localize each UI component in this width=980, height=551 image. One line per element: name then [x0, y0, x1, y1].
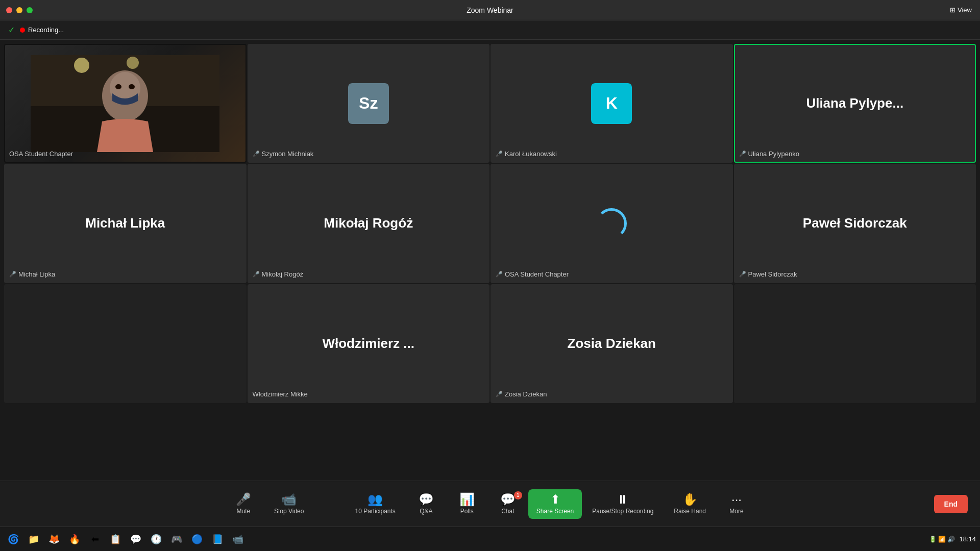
- svg-point-3: [74, 58, 89, 73]
- participant-cell-pawel: Paweł Sidorczak 🎤 Paweł Sidorczak: [734, 164, 976, 283]
- participant-cell-mikolaj: Mikołaj Rogóż 🎤 Mikołaj Rogóż: [248, 164, 490, 283]
- participant-cell-empty1: [4, 284, 247, 403]
- participant-label-michal: 🎤 Michał Lipka: [9, 270, 55, 278]
- recording-badge: Recording...: [20, 26, 64, 34]
- status-check-icon: ✓: [8, 25, 15, 35]
- share-screen-button[interactable]: ⬆ Share Screen: [528, 489, 582, 519]
- participant-cell-osa-webcam: OSA Student Chapter: [4, 44, 247, 163]
- taskbar-icon-bluetooth[interactable]: 🔵: [188, 530, 206, 548]
- participant-cell-empty2: [734, 284, 976, 403]
- taskbar-icon-zoom[interactable]: 📘: [208, 530, 227, 548]
- maximize-button[interactable]: [27, 7, 33, 13]
- participant-cell-michal: Michał Lipka 🎤 Michał Lipka: [4, 164, 247, 283]
- mute-icon-szymon: 🎤: [253, 151, 260, 157]
- mute-icon-karol: 🎤: [496, 151, 503, 157]
- participant-cell-zosia: Zosia Dziekan 🎤 Zosia Dziekan: [491, 284, 733, 403]
- participant-name: Zosia Dziekan: [505, 390, 547, 398]
- more-button[interactable]: ··· More: [716, 489, 757, 519]
- system-taskbar: 🌀 📁 🦊 🔥 ⬅ 📋 💬 🕐 🎮 🔵 📘 📹 🔋 📶 🔊 18:14: [0, 527, 980, 551]
- recording-dot: [20, 28, 25, 33]
- tray-icons: 🔋 📶 🔊: [929, 536, 955, 543]
- mute-button[interactable]: 🎤 Mute: [223, 489, 264, 519]
- mute-label: Mute: [237, 508, 251, 515]
- more-icon: ···: [731, 493, 742, 506]
- taskbar-icon-files[interactable]: 📁: [24, 530, 43, 548]
- participant-label-osa-loading: 🎤 OSA Student Chapter: [496, 270, 569, 278]
- mute-icon-osa: 🎤: [496, 271, 503, 278]
- status-bar: ✓ Recording...: [0, 20, 980, 40]
- participant-name: Włodzimierz Mikke: [253, 390, 308, 398]
- taskbar-icon-game[interactable]: 🎮: [167, 530, 186, 548]
- video-grid: OSA Student Chapter Sz 🎤 Szymon Michniak…: [0, 40, 980, 407]
- participant-name-center-michal: Michał Lipka: [85, 215, 165, 231]
- view-button[interactable]: ⊞ View: [950, 6, 972, 14]
- system-time: 18:14: [959, 535, 976, 543]
- participant-name: OSA Student Chapter: [505, 270, 569, 278]
- pause-recording-button[interactable]: ⏸ Pause/Stop Recording: [582, 489, 664, 519]
- loading-spinner: [596, 208, 627, 239]
- chat-badge: 1: [514, 491, 522, 499]
- participant-label-pawel: 🎤 Paweł Sidorczak: [739, 270, 797, 278]
- polls-icon: 📊: [459, 493, 475, 506]
- participant-cell-osa-loading: 🎤 OSA Student Chapter: [491, 164, 733, 283]
- participant-name: Michał Lipka: [18, 270, 55, 278]
- taskbar-icon-notes[interactable]: 📋: [106, 530, 125, 548]
- pause-recording-label: Pause/Stop Recording: [592, 508, 653, 515]
- participant-name: Szymon Michniak: [262, 150, 314, 158]
- svg-point-8: [129, 84, 135, 89]
- taskbar-icon-calendar[interactable]: 🕐: [147, 530, 165, 548]
- polls-button[interactable]: 📊 Polls: [447, 489, 487, 519]
- share-screen-icon: ⬆: [550, 493, 560, 506]
- participant-name: Karol Łukanowski: [505, 150, 557, 158]
- qa-icon: 💬: [419, 493, 434, 506]
- participant-cell-uliana: Uliana Pylype... 🎤 Uliana Pylypenko: [734, 44, 976, 163]
- participant-label-karol: 🎤 Karol Łukanowski: [496, 150, 557, 158]
- more-label: More: [729, 508, 743, 515]
- participant-name: Paweł Sidorczak: [748, 270, 797, 278]
- mute-icon: 🎤: [236, 493, 251, 506]
- mute-icon-pawel: 🎤: [739, 271, 746, 278]
- participant-name-center-mikolaj: Mikołaj Rogóż: [324, 215, 413, 231]
- window-controls[interactable]: [6, 7, 33, 13]
- pause-recording-icon: ⏸: [617, 493, 629, 506]
- participant-cell-karol: K 🎤 Karol Łukanowski: [491, 44, 733, 163]
- taskbar-icon-back[interactable]: ⬅: [86, 530, 104, 548]
- mute-icon-michal: 🎤: [9, 271, 16, 278]
- mute-icon-zosia: 🎤: [496, 391, 503, 397]
- participant-name-center-zosia: Zosia Dziekan: [568, 336, 656, 352]
- title-bar: Zoom Webinar ⊞ View: [0, 0, 980, 20]
- stop-video-button[interactable]: 📹 Stop Video: [264, 489, 314, 519]
- participant-avatar-szymon: Sz: [348, 83, 389, 124]
- minimize-button[interactable]: [16, 7, 22, 13]
- end-button[interactable]: End: [934, 495, 968, 513]
- raise-hand-icon: ✋: [682, 493, 698, 506]
- participant-label-mikolaj: 🎤 Mikołaj Rogóż: [253, 270, 304, 278]
- participant-name: Mikołaj Rogóż: [262, 270, 304, 278]
- raise-hand-button[interactable]: ✋ Raise Hand: [664, 489, 716, 519]
- qa-label: Q&A: [420, 508, 432, 515]
- participants-button[interactable]: 👥 10 Participants: [345, 489, 405, 519]
- toolbar: 🎤 Mute 📹 Stop Video 👥 10 Participants 💬 …: [0, 481, 980, 527]
- webcam-feed: [5, 45, 246, 162]
- participants-label: 10 Participants: [355, 508, 395, 515]
- mute-icon-mikolaj: 🎤: [253, 271, 260, 278]
- taskbar-icon-chat[interactable]: 💬: [127, 530, 145, 548]
- taskbar-icon-browser1[interactable]: 🦊: [45, 530, 63, 548]
- svg-point-4: [127, 57, 139, 69]
- video-icon: 📹: [281, 493, 297, 506]
- participant-name-center-pawel: Paweł Sidorczak: [803, 215, 907, 231]
- participant-name-center-wlodzimierz: Włodzimierz ...: [322, 336, 414, 352]
- chat-icon: 💬: [500, 493, 516, 506]
- qa-button[interactable]: 💬 Q&A: [406, 489, 447, 519]
- taskbar-icon-video[interactable]: 📹: [229, 530, 247, 548]
- share-screen-label: Share Screen: [536, 508, 574, 515]
- participant-label-uliana: 🎤 Uliana Pylypenko: [739, 150, 799, 158]
- window-title: Zoom Webinar: [467, 6, 513, 14]
- participant-name: Uliana Pylypenko: [748, 150, 799, 158]
- participants-icon: 👥: [368, 493, 383, 506]
- chat-button[interactable]: 💬 1 Chat: [487, 489, 528, 519]
- participant-cell-wlodzimierz: Włodzimierz ... Włodzimierz Mikke: [248, 284, 490, 403]
- taskbar-icon-launcher[interactable]: 🌀: [4, 530, 22, 548]
- taskbar-icon-browser2[interactable]: 🔥: [65, 530, 84, 548]
- close-button[interactable]: [6, 7, 12, 13]
